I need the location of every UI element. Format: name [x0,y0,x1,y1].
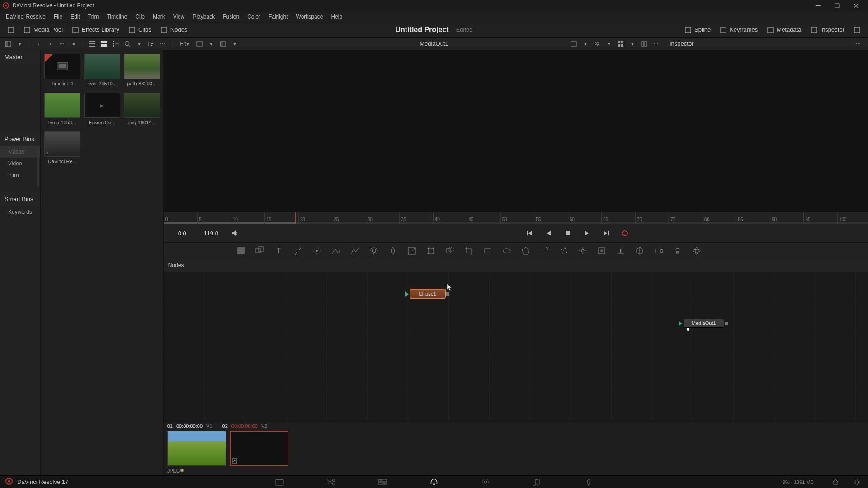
viewer-gear-caret[interactable]: ▾ [604,39,613,48]
tool-tracker-icon[interactable] [312,246,322,256]
inspector-more-icon[interactable]: ⋯ [854,39,863,48]
node-graph-canvas[interactable]: Ellipse1 MediaOut1 [164,271,868,421]
stop-icon[interactable] [562,228,573,239]
viewer-grid-caret[interactable]: ▾ [628,39,637,48]
menu-playback[interactable]: Playback [189,11,219,22]
window-maximize-button[interactable] [827,0,846,11]
tool-ellipse-icon[interactable] [502,246,512,256]
media-thumb[interactable] [44,54,80,79]
tool-shape3d-icon[interactable] [635,246,645,256]
page-tab-deliver[interactable] [583,477,594,488]
master-bin-header[interactable]: Master [0,50,40,64]
menu-view[interactable]: View [169,11,189,22]
view-detail-icon[interactable] [111,39,120,48]
bin-item[interactable]: Master [0,146,40,158]
more-dots-icon[interactable]: ⋯ [158,39,167,48]
inspector-tab[interactable]: Inspector [806,22,849,38]
nav-back-button[interactable]: ‹ [34,39,43,48]
tool-wand-icon[interactable] [540,246,550,256]
nodes-tab[interactable]: Nodes [156,22,192,38]
menu-help[interactable]: Help [327,11,346,22]
tool-crop-icon[interactable] [464,246,474,256]
menu-workspace[interactable]: Workspace [292,11,327,22]
page-tab-media[interactable] [274,477,285,488]
menu-mark[interactable]: Mark [149,11,169,22]
menu-trim[interactable]: Trim [84,11,103,22]
media-item[interactable]: dog-18014... [124,93,160,128]
range-out-value[interactable]: 119.0 [201,230,222,237]
filter-caret-icon[interactable]: ▾ [135,39,144,48]
media-item[interactable]: path-83203... [124,54,160,89]
media-thumb[interactable] [124,93,160,118]
bins-scrollbar[interactable] [37,146,39,187]
play-icon[interactable] [581,228,592,239]
fit-dropdown[interactable]: Fit▾ [177,39,192,48]
layout-a-caret[interactable]: ▾ [207,39,216,48]
step-back-icon[interactable] [543,228,554,239]
menu-fairlight[interactable]: Fairlight [264,11,292,22]
tool-camera3d-icon[interactable] [654,246,664,256]
tool-polyline-icon[interactable] [350,246,360,256]
tool-prender-icon[interactable] [597,246,607,256]
home-icon[interactable] [830,477,841,488]
media-thumb[interactable]: ♪ [44,131,80,157]
tool-rectangle-icon[interactable] [483,246,493,256]
tool-colorcorrect-icon[interactable] [407,246,417,256]
search-icon[interactable] [123,39,132,48]
viewer-split-icon[interactable] [640,39,649,48]
tool-text-icon[interactable]: T [274,246,284,256]
media-thumb[interactable] [44,93,80,118]
view-grid-icon[interactable] [99,39,108,48]
media-thumb[interactable] [124,54,160,79]
media-item[interactable]: Timeline 1 [44,54,80,89]
viewer-more-icon[interactable]: ⋯ [651,39,660,48]
menu-clip[interactable]: Clip [131,11,149,22]
node-input-port[interactable] [679,321,682,326]
expand-icon-tab[interactable] [849,22,865,38]
tool-merge-icon[interactable] [255,246,265,256]
tool-paint-icon[interactable] [293,246,303,256]
clips-tab[interactable]: Clips [124,22,156,38]
effects-library-tab[interactable]: Effects Library [67,22,124,38]
tool-brightness-icon[interactable] [369,246,379,256]
layout-a-icon[interactable] [195,39,204,48]
layout-b-caret[interactable]: ▾ [230,39,239,48]
chevron-down-icon[interactable]: ▾ [15,39,24,48]
layout-b-icon[interactable] [218,39,227,48]
viewer-opts-a-icon[interactable] [569,39,578,48]
keyframes-tab[interactable]: Keyframes [715,22,762,38]
options-dots-icon[interactable]: ⋯ [57,39,66,48]
tool-blur-icon[interactable] [388,246,398,256]
goto-end-icon[interactable] [600,228,611,239]
bin-item[interactable]: Intro [0,169,40,181]
record-dot-icon[interactable]: ● [69,39,78,48]
timeline-ruler[interactable]: 0510152025303540455055606570758085909510… [164,212,868,224]
range-in-value[interactable]: 0.0 [172,230,193,237]
page-tab-cut[interactable] [326,477,336,488]
viewer-canvas[interactable] [164,50,868,212]
tool-polygon-icon[interactable] [521,246,531,256]
page-tab-fusion[interactable] [429,477,439,488]
tool-transform-icon[interactable] [426,246,436,256]
page-tab-edit[interactable] [377,477,388,488]
metadata-tab[interactable]: Metadata [762,22,806,38]
media-item[interactable]: river-29519... [84,54,120,89]
nav-forward-button[interactable]: › [46,39,55,48]
tool-particles-icon[interactable] [559,246,569,256]
media-item[interactable]: ♪DaVinci Re... [44,131,80,167]
view-list-icon[interactable] [88,39,97,48]
viewer-opts-a-caret[interactable]: ▾ [581,39,590,48]
tool-bspline-icon[interactable] [331,246,341,256]
media-thumb[interactable]: ▸ [84,93,120,118]
node-ellipse[interactable]: Ellipse1 [410,289,445,298]
sort-icon[interactable] [146,39,156,48]
window-close-button[interactable] [846,0,865,11]
tool-renderer3d-icon[interactable] [692,246,702,256]
node-input-port[interactable] [405,291,409,297]
node-view-dot[interactable] [687,328,689,331]
spline-tab[interactable]: Spline [680,22,715,38]
tool-light3d-icon[interactable] [673,246,683,256]
menu-davinci-resolve[interactable]: DaVinci Resolve [2,11,50,22]
menu-color[interactable]: Color [243,11,264,22]
window-minimize-button[interactable] [808,0,827,11]
